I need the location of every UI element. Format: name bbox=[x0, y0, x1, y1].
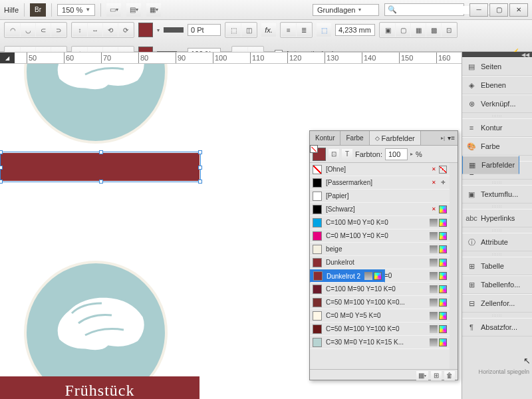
workspace-dropdown[interactable]: Grundlagen▾ bbox=[313, 4, 379, 16]
panel-paraf[interactable]: ¶Absatzfor... bbox=[462, 318, 532, 336]
fit-group[interactable]: ▣▢▦▩⊡ bbox=[379, 22, 458, 38]
wrap-icon: ▣ bbox=[466, 190, 477, 199]
panel-char[interactable]: A̲Zeichenfo... bbox=[462, 161, 532, 180]
close-button[interactable]: ✕ bbox=[509, 3, 528, 17]
swatch-row[interactable]: C=30 M=0 Y=10 K=15 K... bbox=[310, 336, 450, 349]
panel-menu-icon[interactable]: ▾≡ bbox=[448, 134, 455, 142]
swatch-row[interactable]: C=100 M=90 Y=10 K=0 bbox=[310, 283, 450, 296]
panel-layers[interactable]: ◈Ebenen bbox=[462, 76, 532, 94]
swatch-row[interactable]: C=0 M=0 Y=5 K=0 bbox=[310, 309, 450, 323]
tablef-icon: ⊞ bbox=[466, 280, 477, 289]
bridge-button[interactable]: Br bbox=[30, 3, 46, 17]
table-icon: ⊞ bbox=[466, 261, 477, 271]
panel-pages[interactable]: ▤Seiten bbox=[462, 57, 532, 76]
fill-swatch[interactable] bbox=[138, 23, 153, 37]
tint-label: Farbton: bbox=[355, 150, 382, 158]
panel-hyper[interactable]: abcHyperlinks bbox=[462, 209, 532, 227]
panel-color[interactable]: 🎨Farbe bbox=[462, 137, 532, 156]
panel-tabs: Kontur Farbe ◇Farbfelder ▸| ▾≡ bbox=[310, 131, 458, 146]
ribbon-1[interactable] bbox=[0, 153, 200, 181]
swatch-list[interactable]: [Ohne]✕[Passermarken]✕✛[Papier][Schwarz]… bbox=[310, 163, 458, 369]
frame-fit-icon[interactable]: ⬚ bbox=[317, 23, 331, 37]
layers-icon: ◈ bbox=[466, 80, 477, 90]
swatch-row[interactable]: C=50 M=100 Y=100 K=0... bbox=[310, 296, 450, 309]
zoom-dropdown[interactable]: 150 %▼ bbox=[57, 4, 95, 16]
paraf-icon: ¶ bbox=[466, 323, 477, 332]
fx-button[interactable]: fx. bbox=[261, 23, 276, 37]
collapse-dock[interactable]: ◀◀ bbox=[462, 52, 532, 57]
cursor-icon: ↖ bbox=[523, 356, 531, 366]
align-group[interactable]: ≡≣ bbox=[280, 22, 313, 38]
ribbon-2[interactable]: Frühstück bbox=[0, 376, 200, 399]
swatch-row[interactable]: [Ohne]✕ bbox=[310, 163, 450, 176]
swatch-row[interactable]: [Schwarz]✕ bbox=[310, 203, 450, 216]
show-swatch-kinds[interactable]: ▦▾ bbox=[416, 371, 428, 380]
swatch-row[interactable]: [Papier] bbox=[310, 190, 450, 203]
new-swatch[interactable]: ⊞ bbox=[431, 371, 442, 380]
swatch-row[interactable]: Dunkelrot bbox=[310, 256, 450, 269]
logo-circle-1[interactable] bbox=[24, 64, 168, 144]
search-field[interactable]: 🔍 bbox=[384, 3, 464, 16]
swatch-row[interactable]: C=100 M=0 Y=0 K=0 bbox=[310, 216, 450, 229]
help-menu[interactable]: Hilfe bbox=[4, 6, 19, 14]
view-options-3[interactable]: ▦▾ bbox=[146, 3, 161, 17]
view-options-1[interactable]: ▭▾ bbox=[106, 3, 121, 17]
constrain-group[interactable]: ⬚◫ bbox=[225, 22, 257, 38]
panel-table[interactable]: ⊞Tabelle bbox=[462, 257, 532, 275]
swatch-header: ⊡ T Farbton: 100 ▸ % bbox=[310, 146, 458, 163]
fill-proxy[interactable] bbox=[313, 148, 326, 161]
stroke-swatch[interactable] bbox=[164, 27, 184, 33]
delete-swatch[interactable]: 🗑 bbox=[444, 371, 455, 380]
swatch-row[interactable]: beige bbox=[310, 243, 450, 256]
hyper-icon: abc bbox=[466, 213, 477, 223]
transform-group[interactable]: ↕↔⟲⟳ bbox=[71, 22, 134, 38]
stroke-weight[interactable]: 0 Pt bbox=[188, 24, 221, 36]
minimize-button[interactable]: ─ bbox=[469, 3, 488, 17]
stroke-icon: ≡ bbox=[466, 123, 477, 132]
text-icon[interactable]: T bbox=[342, 149, 352, 160]
panel-collapse-icon[interactable]: ▸| bbox=[441, 135, 445, 141]
color-icon: 🎨 bbox=[466, 142, 477, 151]
ruler-origin[interactable]: ◢ bbox=[0, 53, 15, 63]
panel-attr[interactable]: ⓘAttribute bbox=[462, 233, 532, 251]
panel-cellf[interactable]: ⊟Zellenfor... bbox=[462, 294, 532, 313]
ribbon-text: Frühstück bbox=[65, 382, 135, 400]
panel-stroke[interactable]: ≡Kontur bbox=[462, 118, 532, 137]
panel-tablef[interactable]: ⊞Tabellenfo... bbox=[462, 275, 532, 294]
attr-icon: ⓘ bbox=[466, 237, 477, 247]
swatch-row[interactable]: [Passermarken]✕✛ bbox=[310, 176, 450, 190]
control-bar: ◠◡⊂⊃ ↕↔⟲⟳ ▾ 0 Pt ⬚◫ fx. ≡≣ ⬚ 4,233 mm ▣▢… bbox=[0, 20, 532, 52]
swatch-row[interactable]: C=75 M=5 Y=100 K=0 bbox=[310, 269, 450, 283]
maximize-button[interactable]: ▢ bbox=[489, 3, 508, 17]
panel-links[interactable]: ⊗Verknüpf... bbox=[462, 94, 532, 113]
menu-bar: Hilfe Br 150 %▼ ▭▾ ▤▾ ▦▾ Grundlagen▾ 🔍 ─… bbox=[0, 0, 532, 20]
right-dock: ◀◀ ▤Seiten◈Ebenen⊗Verknüpf...::::::≡Kont… bbox=[462, 52, 532, 399]
pages-icon: ▤ bbox=[466, 62, 477, 71]
tooltip: Horizontal spiegeln bbox=[478, 368, 529, 375]
panel-wrap[interactable]: ▣Textumflu... bbox=[462, 185, 532, 203]
cellf-icon: ⊟ bbox=[466, 299, 477, 308]
tint-field[interactable]: 100 bbox=[385, 148, 408, 160]
container-icon[interactable]: ⊡ bbox=[329, 149, 339, 160]
view-options-2[interactable]: ▤▾ bbox=[126, 3, 141, 17]
dimension-field[interactable]: 4,233 mm bbox=[335, 24, 375, 36]
swatch-footer: ▦▾ ⊞ 🗑 bbox=[310, 369, 458, 381]
swatch-row[interactable]: C=50 M=100 Y=100 K=0 bbox=[310, 323, 450, 336]
tab-kontur[interactable]: Kontur bbox=[310, 131, 340, 145]
char-icon: A̲ bbox=[466, 166, 477, 175]
tab-farbe[interactable]: Farbe bbox=[340, 131, 369, 145]
horizontal-ruler: ◢ 5060708090100110120130140150160 bbox=[0, 52, 532, 64]
tab-farbfelder[interactable]: ◇Farbfelder bbox=[370, 131, 421, 145]
swatches-panel: Kontur Farbe ◇Farbfelder ▸| ▾≡ ⊡ T Farbt… bbox=[309, 130, 458, 380]
swatch-row[interactable]: C=0 M=100 Y=0 K=0 bbox=[310, 229, 450, 243]
links-icon: ⊗ bbox=[466, 99, 477, 108]
pathfinder-group-1[interactable]: ◠◡⊂⊃ bbox=[4, 22, 67, 38]
